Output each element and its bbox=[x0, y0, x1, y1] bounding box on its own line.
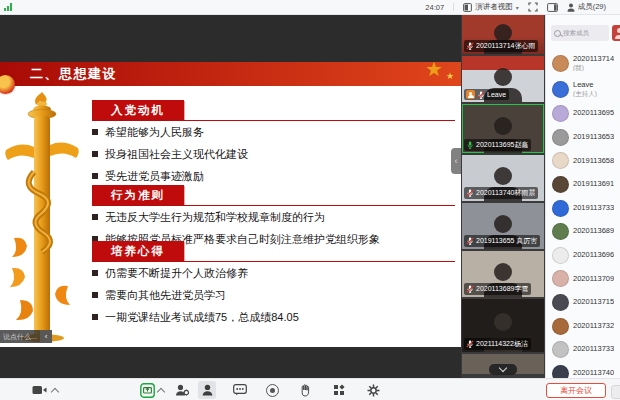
mic-muted-icon bbox=[466, 340, 474, 348]
raise-hand-button[interactable] bbox=[300, 379, 311, 400]
members-count-button[interactable]: 成员(29) bbox=[567, 2, 606, 12]
layout-toggle-button[interactable] bbox=[547, 3, 558, 12]
tile-name: 2020113689李雪 bbox=[476, 284, 528, 294]
camera-button[interactable] bbox=[32, 379, 47, 400]
bullet-marker-icon bbox=[92, 292, 98, 298]
collapse-chat-icon[interactable]: ‹ bbox=[40, 330, 52, 343]
video-tile[interactable]: 2020113695赵鑫 bbox=[462, 104, 544, 153]
slide-bullet: 无违反大学生行为规范和学校规章制度的行为 bbox=[92, 206, 455, 228]
participants-panel: 搜索成员 2020113714(我)Leave(主持人)202011369520… bbox=[545, 14, 620, 400]
chevron-down-icon: ▾ bbox=[516, 4, 519, 11]
members-button-active[interactable] bbox=[198, 381, 216, 399]
participant-row[interactable]: 2020113695 bbox=[546, 102, 620, 126]
chevron-up-icon bbox=[51, 387, 59, 395]
avatar bbox=[552, 223, 569, 240]
chat-input-collapsed[interactable]: 说点什么... ‹ bbox=[0, 330, 52, 343]
panel-footer-button[interactable] bbox=[611, 385, 620, 399]
video-tile[interactable]: 2020113714张心雨 bbox=[462, 14, 544, 54]
video-tile[interactable]: 2019113655 真厉害 bbox=[462, 203, 544, 249]
avatar bbox=[552, 152, 569, 169]
slide-bullet: 需要向其他先进党员学习 bbox=[92, 284, 455, 306]
participant-row[interactable]: 2020113689 bbox=[546, 220, 620, 244]
share-screen-icon bbox=[140, 383, 155, 398]
presentation-slide: 二、思想建设 ★ ★ bbox=[0, 62, 461, 347]
video-tile[interactable]: 2020113689李雪 bbox=[462, 251, 544, 297]
speaker-view-icon bbox=[463, 3, 472, 12]
participant-row[interactable]: 2019113658 bbox=[546, 149, 620, 173]
tile-label: 2020113689李雪 bbox=[464, 283, 531, 295]
tile-label: 2020113714张心雨 bbox=[464, 40, 538, 52]
collapse-video-strip-button[interactable]: ‹ bbox=[451, 148, 461, 174]
view-mode-switcher[interactable]: 演讲者视图 ▾ bbox=[463, 2, 519, 12]
participant-row[interactable]: 2020113733 bbox=[546, 338, 620, 362]
fullscreen-button[interactable] bbox=[528, 2, 538, 12]
participant-row[interactable]: 2020113732 bbox=[546, 314, 620, 338]
section-heading-label: 培养心得 bbox=[92, 241, 184, 261]
search-input[interactable]: 搜索成员 bbox=[551, 25, 609, 41]
chat-button[interactable] bbox=[233, 379, 247, 400]
bullet-marker-icon bbox=[92, 173, 98, 179]
participant-row[interactable]: 2020113715 bbox=[546, 291, 620, 315]
camera-options-button[interactable] bbox=[52, 379, 58, 400]
avatar bbox=[552, 81, 569, 98]
participant-name: 2020113689 bbox=[573, 227, 614, 236]
mic-active-icon bbox=[466, 141, 474, 149]
video-tile[interactable]: 2021114322杨洁 bbox=[462, 299, 544, 352]
record-icon bbox=[266, 384, 279, 397]
participant-role: (主持人) bbox=[573, 90, 597, 97]
panel-corner-button[interactable] bbox=[612, 25, 620, 41]
avatar bbox=[552, 270, 569, 287]
more-videos-button[interactable] bbox=[489, 364, 517, 375]
participant-row[interactable]: Leave(主持人) bbox=[546, 76, 620, 102]
video-tile[interactable]: 2020113740林雨晨 bbox=[462, 155, 544, 201]
slide-section: 培养心得仍需要不断提升个人政治修养需要向其他先进党员学习一期党课结业考试成绩75… bbox=[92, 241, 455, 328]
fullscreen-icon bbox=[528, 2, 538, 12]
settings-button[interactable] bbox=[367, 379, 380, 400]
bullet-marker-icon bbox=[92, 129, 98, 135]
tile-label: 2021114322杨洁 bbox=[464, 338, 531, 350]
participant-row[interactable]: 2019113653 bbox=[546, 126, 620, 150]
participant-name: 2020113696 bbox=[573, 251, 614, 260]
avatar bbox=[552, 200, 569, 217]
layout-icon bbox=[547, 3, 558, 12]
avatar bbox=[552, 294, 569, 311]
manage-members-button[interactable] bbox=[175, 379, 189, 400]
video-tile[interactable]: Leave bbox=[462, 56, 544, 102]
participant-row[interactable]: 2019113691 bbox=[546, 173, 620, 197]
participant-name: 2020113733 bbox=[573, 345, 614, 354]
record-button[interactable] bbox=[266, 379, 279, 400]
leave-meeting-button[interactable]: 离开会议 bbox=[546, 383, 606, 398]
avatar bbox=[552, 318, 569, 335]
mic-muted-icon bbox=[466, 189, 474, 197]
view-mode-label: 演讲者视图 bbox=[475, 2, 513, 12]
apps-button[interactable] bbox=[334, 379, 344, 400]
participant-row[interactable]: 2020113696 bbox=[546, 244, 620, 268]
chat-placeholder: 说点什么... bbox=[0, 332, 40, 342]
participant-row[interactable]: 2020113714(我) bbox=[546, 50, 620, 76]
divider bbox=[453, 3, 454, 11]
tile-label: Leave bbox=[464, 89, 509, 100]
section-heading-label: 行为准则 bbox=[92, 185, 184, 205]
share-options-button[interactable] bbox=[158, 379, 164, 400]
members-icon bbox=[202, 384, 213, 396]
tile-label: 2020113695赵鑫 bbox=[464, 139, 531, 151]
host-badge-icon bbox=[466, 90, 475, 99]
share-screen-button[interactable] bbox=[140, 379, 155, 400]
tile-name: 2019113655 真厉害 bbox=[476, 236, 537, 246]
slide-bullet: 一期党课结业考试成绩75，总成绩84.05 bbox=[92, 306, 455, 328]
participants-list: 2020113714(我)Leave(主持人)20201136952019113… bbox=[546, 50, 620, 400]
tile-name: 2020113714张心雨 bbox=[476, 41, 535, 51]
mic-muted-icon bbox=[477, 91, 485, 99]
mic-muted-icon bbox=[466, 237, 474, 245]
participant-name: 2020113695 bbox=[573, 109, 614, 118]
participant-row[interactable]: 2019113733 bbox=[546, 196, 620, 220]
participant-silhouette bbox=[494, 68, 512, 86]
meeting-timer: 24:07 bbox=[425, 3, 444, 12]
tile-name: 2020113695赵鑫 bbox=[476, 140, 528, 150]
mic-muted-icon bbox=[466, 285, 474, 293]
slide-bullet: 投身祖国社会主义现代化建设 bbox=[92, 143, 455, 165]
chevron-up-icon bbox=[157, 387, 165, 395]
participant-row[interactable]: 2020113709 bbox=[546, 267, 620, 291]
network-signal-icon bbox=[4, 3, 12, 11]
slide-bullet: 受先进党员事迹激励 bbox=[92, 165, 455, 187]
